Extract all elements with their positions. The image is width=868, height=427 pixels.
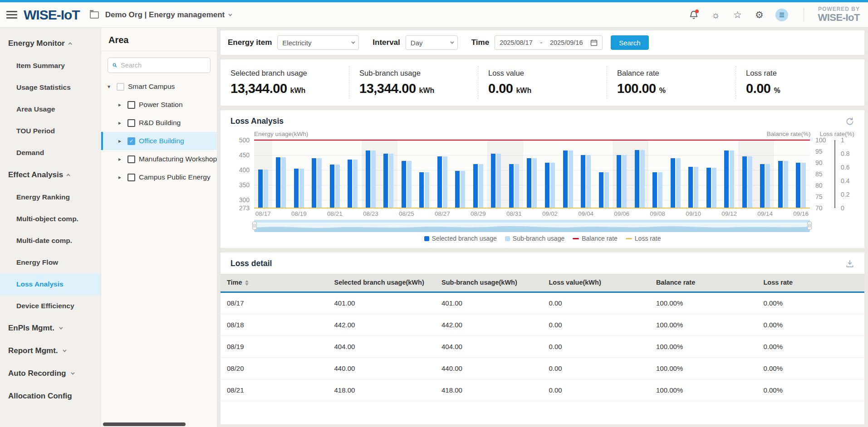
checkbox-power-station[interactable] [128,101,135,109]
bar-group-08-17[interactable] [254,140,272,208]
bar-group-09-16[interactable] [792,140,810,208]
chevron-expanded-icon[interactable]: ▾ [108,83,113,90]
chart-plot-area[interactable] [254,140,810,208]
energy-item-select[interactable]: Electricity [277,35,359,50]
user-avatar[interactable] [775,9,788,21]
column-header-loss-rate[interactable]: Loss rate [757,274,865,292]
sidebar-section-effect-analysis[interactable]: Effect Analysis [0,164,101,186]
search-button[interactable]: Search [611,35,649,50]
bar-group-09-05[interactable] [595,140,613,208]
zoom-handle-left[interactable] [252,222,257,230]
column-header-sub-branch-usage-kwh[interactable]: Sub-branch usage(kWh) [435,274,543,292]
bar-group-08-29[interactable] [469,140,487,208]
org-breadcrumb[interactable]: Demo Org | Energy management [105,10,231,19]
interval-select[interactable]: Day [406,35,458,50]
table-row[interactable]: 08/19404.00404.000.00100.00%0.00% [221,335,864,357]
sidebar-section-enpls-mgmt[interactable]: EnPls Mgmt. [0,317,101,340]
bar-group-09-10[interactable] [684,140,702,208]
table-row[interactable]: 08/21418.00418.000.00100.00%0.00% [221,379,864,401]
tree-item-power-station[interactable]: ▸Power Station [101,96,217,114]
download-icon[interactable] [845,259,854,268]
refresh-icon[interactable] [845,117,854,126]
bar-group-09-14[interactable] [756,140,774,208]
zoom-handle-right[interactable] [807,222,812,230]
bar-group-09-09[interactable] [667,140,685,208]
checkbox-campus-public-energy[interactable] [128,174,135,181]
legend-selected-branch-usage[interactable]: Selected branch usage [424,235,497,242]
chevron-collapsed-icon[interactable]: ▸ [118,102,124,108]
bar-group-09-01[interactable] [523,140,541,208]
checkbox-manufacturing-workshop[interactable] [128,155,135,163]
bar-group-09-03[interactable] [559,140,577,208]
sidebar-section-allocation-config[interactable]: Allocation Config [0,385,101,408]
app-logo[interactable]: WISE-IoT [24,7,80,23]
sidebar-item-multi-date-comp[interactable]: Multi-date comp. [0,230,101,252]
sidebar-item-multi-object-comp[interactable]: Multi-object comp. [0,208,101,230]
sidebar-item-usage-statistics[interactable]: Usage Statistics [0,77,101,98]
favorite-star-icon[interactable]: ☆ [732,10,743,20]
bar-group-08-30[interactable] [487,140,505,208]
bar-group-08-28[interactable] [451,140,470,208]
checkbox-r-d-building[interactable] [128,119,135,127]
bar-group-08-22[interactable] [344,140,362,208]
sort-icon[interactable] [245,280,249,286]
sidebar-item-demand[interactable]: Demand [0,142,101,164]
bar-group-08-20[interactable] [308,140,326,208]
bar-group-08-21[interactable] [326,140,344,208]
bar-group-08-27[interactable] [433,140,451,208]
bar-group-09-07[interactable] [631,140,649,208]
checkbox-office-building[interactable]: ✓ [128,137,135,145]
hamburger-menu-icon[interactable] [6,11,17,19]
table-row[interactable]: 08/20440.00440.000.00100.00%0.00% [221,357,864,379]
area-search-input[interactable] [121,62,206,69]
sidebar-item-energy-ranking[interactable]: Energy Ranking [0,186,101,208]
notification-bell-icon[interactable] [688,10,699,20]
sidebar-item-item-summary[interactable]: Item Summary [0,55,101,77]
bar-group-09-15[interactable] [774,140,792,208]
bar-group-09-13[interactable] [738,140,756,208]
table-row[interactable]: 08/18442.00442.000.00100.00%0.00% [221,314,864,335]
settings-gear-icon[interactable]: ⚙ [754,10,765,20]
chevron-collapsed-icon[interactable]: ▸ [118,174,124,180]
chevron-collapsed-icon[interactable]: ▸ [118,138,124,144]
bar-group-08-18[interactable] [272,140,290,208]
bar-group-09-08[interactable] [648,140,667,208]
column-header-balance-rate[interactable]: Balance rate [650,274,757,292]
sidebar-item-tou-period[interactable]: TOU Period [0,120,101,142]
sidebar-section-report-mgmt[interactable]: Report Mgmt. [0,340,101,362]
checkbox-smart-campus[interactable] [117,83,124,91]
tree-item-campus-public-energy[interactable]: ▸Campus Public Energy [101,168,217,186]
bar-group-09-04[interactable] [577,140,595,208]
bar-group-08-23[interactable] [362,140,380,208]
brightness-sun-icon[interactable]: ☼ [710,10,721,20]
column-header-time[interactable]: Time [221,274,328,292]
tree-item-manufacturing-workshop[interactable]: ▸Manufacturing Workshop [101,150,217,168]
bar-group-08-24[interactable] [380,140,398,208]
bar-group-08-19[interactable] [290,140,308,208]
table-row[interactable]: 08/17401.00401.000.00100.00%0.00% [221,292,864,314]
bar-group-09-02[interactable] [541,140,559,208]
tree-item-r-d-building[interactable]: ▸R&D Building [101,114,217,132]
legend-loss-rate[interactable]: Loss rate [626,235,661,242]
tree-item-smart-campus[interactable]: ▾Smart Campus [101,78,217,96]
sidebar-item-device-efficiency[interactable]: Device Efficiency [0,295,101,317]
sidebar-section-energy-monitor[interactable]: Energy Monitor [0,32,101,55]
bar-group-08-31[interactable] [505,140,523,208]
sidebar-item-energy-flow[interactable]: Energy Flow [0,252,101,273]
sidebar-section-auto-recording[interactable]: Auto Recording [0,362,101,385]
column-header-loss-value-kwh[interactable]: Loss value(kWh) [543,274,650,292]
time-range-input[interactable]: 2025/08/17 - 2025/09/16 [495,35,603,50]
legend-sub-branch-usage[interactable]: Sub-branch usage [505,235,564,242]
bar-group-08-25[interactable] [397,140,416,208]
area-horizontal-scrollbar[interactable] [103,422,186,426]
legend-balance-rate[interactable]: Balance rate [573,235,618,242]
bar-group-09-06[interactable] [613,140,631,208]
column-header-selected-branch-usage-kwh[interactable]: Selected branch usage(kWh) [328,274,436,292]
chevron-collapsed-icon[interactable]: ▸ [118,156,124,162]
chevron-collapsed-icon[interactable]: ▸ [118,120,124,126]
bar-group-09-11[interactable] [702,140,721,208]
chart-zoom-slider[interactable] [254,220,810,232]
area-search-box[interactable] [108,58,211,73]
sidebar-item-loss-analysis[interactable]: Loss Analysis [0,273,101,295]
bar-group-09-12[interactable] [720,140,738,208]
